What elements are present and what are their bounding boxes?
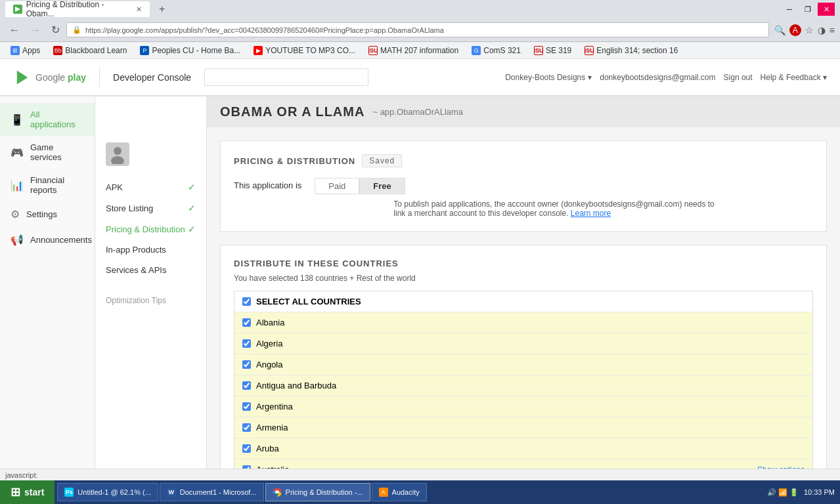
taskbar-item-audacity[interactable]: A Audacity <box>372 483 427 501</box>
sidebar-applications-label: All applications <box>30 110 84 129</box>
armenia-checkbox[interactable] <box>242 423 251 432</box>
country-argentina-left: Argentina <box>242 402 293 411</box>
help-button[interactable]: Help & Feedback ▾ <box>761 73 827 82</box>
sub-nav-apk-label: APK <box>106 182 123 192</box>
refresh-button[interactable]: ↻ <box>47 22 64 37</box>
sidebar-item-settings[interactable]: ⚙ Settings <box>0 201 95 227</box>
sidebar-game-label: Game services <box>30 142 84 162</box>
english-favicon: ISU <box>585 46 594 55</box>
bookmark-coms[interactable]: G ComS 321 <box>466 45 526 56</box>
taskbar-time: 10:33 PM <box>804 488 835 496</box>
angola-label: Angola <box>256 360 282 369</box>
browser-tab[interactable]: Pricing & Distribution - Obam... ✕ <box>5 1 150 17</box>
photoshop-icon: Ps <box>64 488 74 497</box>
sub-nav-apk[interactable]: APK ✓ <box>95 177 206 198</box>
theme-icon[interactable]: ◑ <box>818 25 826 35</box>
word-icon: W <box>167 488 176 497</box>
sidebar-item-announcements[interactable]: 📢 Announcements <box>0 227 95 253</box>
word-label: Document1 - Microsof... <box>180 488 257 496</box>
settings-icon: ⚙ <box>11 208 20 220</box>
argentina-checkbox[interactable] <box>242 402 251 411</box>
new-tab-button[interactable]: + <box>154 3 170 15</box>
bookmark-math[interactable]: ISU MATH 207 information <box>363 45 464 56</box>
countries-section: DISTRIBUTE IN THESE COUNTRIES You have s… <box>220 245 827 504</box>
section-title: PRICING & DISTRIBUTION Saved <box>234 154 813 167</box>
country-row-angola[interactable]: Angola <box>234 354 812 375</box>
sidebar-item-game-services[interactable]: 🎮 Game services <box>0 136 95 169</box>
country-row-armenia[interactable]: Armenia <box>234 417 812 438</box>
albania-label: Albania <box>256 318 284 327</box>
antigua-checkbox[interactable] <box>242 381 251 390</box>
start-button[interactable]: ⊞ start <box>0 480 55 504</box>
country-row-aruba[interactable]: Aruba <box>234 438 812 459</box>
select-all-checkbox[interactable] <box>242 297 251 306</box>
bookmark-blackboard[interactable]: Bb Blackboard Learn <box>48 45 132 56</box>
bookmark-english[interactable]: ISU English 314; section 16 <box>579 45 683 56</box>
bookmark-se[interactable]: ISU SE 319 <box>529 45 577 56</box>
pricing-info: To publish paid applications, the accoun… <box>393 200 722 218</box>
yt-favicon: ▶ <box>254 46 263 55</box>
free-button[interactable]: Free <box>359 178 405 194</box>
algeria-checkbox[interactable] <box>242 339 251 348</box>
sub-nav-pricing[interactable]: Pricing & Distribution ✓ <box>95 219 206 240</box>
minimize-button[interactable]: ─ <box>781 3 798 16</box>
address-bar[interactable]: 🔒 https://play.google.com/apps/publish/?… <box>66 22 769 37</box>
sub-nav-pricing-label: Pricing & Distribution <box>106 224 185 234</box>
sub-nav-inapp-label: In-app Products <box>106 245 166 255</box>
star-icon[interactable]: ☆ <box>805 25 814 35</box>
country-row-argentina[interactable]: Argentina <box>234 396 812 417</box>
bookmark-apps[interactable]: ⊞ Apps <box>5 45 45 56</box>
country-row-antigua[interactable]: Antigua and Barbuda <box>234 375 812 396</box>
learn-more-link[interactable]: Learn more <box>571 209 611 218</box>
se-favicon: ISU <box>534 46 543 55</box>
main-content: OBAMA OR A LLAMA ~ app.ObamaOrALlama PRI… <box>207 96 840 504</box>
status-text: javascript: <box>5 471 38 479</box>
peoples-favicon: P <box>140 46 149 55</box>
paid-button[interactable]: Paid <box>315 178 359 194</box>
forward-button[interactable]: → <box>26 23 45 37</box>
taskbar-item-photoshop[interactable]: Ps Untitled-1 @ 62.1% (... <box>57 483 158 501</box>
country-row-albania[interactable]: Albania <box>234 312 812 333</box>
sidebar-item-applications[interactable]: 📱 All applications <box>0 103 95 136</box>
bookmark-peoples[interactable]: P Peoples CU - Home Ba... <box>135 45 246 56</box>
angola-checkbox[interactable] <box>242 360 251 369</box>
sub-nav-services[interactable]: Services & APIs <box>95 260 206 280</box>
sub-nav-store-listing[interactable]: Store Listing ✓ <box>95 198 206 219</box>
chrome-icon <box>273 488 282 497</box>
search-icon[interactable]: 🔍 <box>774 25 785 35</box>
sidebar-item-financial-reports[interactable]: 📊 Financial reports <box>0 169 95 201</box>
close-window-button[interactable]: ✕ <box>818 3 835 16</box>
search-input[interactable] <box>204 68 368 86</box>
play-store-logo-icon <box>13 68 32 87</box>
menu-icon[interactable]: ≡ <box>829 25 835 35</box>
aruba-label: Aruba <box>256 444 279 453</box>
albania-checkbox[interactable] <box>242 318 251 327</box>
maximize-button[interactable]: ❐ <box>799 3 816 16</box>
gp-header: Google play Developer Console Donkey-Boo… <box>0 59 840 96</box>
country-row-algeria[interactable]: Algeria <box>234 333 812 354</box>
taskbar-item-chrome[interactable]: Pricing & Distribution -... <box>265 483 370 501</box>
pricing-info-text: To publish paid applications, the accoun… <box>393 200 714 218</box>
bookmark-coms-label: ComS 321 <box>483 46 521 55</box>
country-angola-left: Angola <box>242 360 282 369</box>
account-arrow-icon: ▾ <box>588 73 592 82</box>
aruba-checkbox[interactable] <box>242 444 251 453</box>
apps-favicon: ⊞ <box>11 46 20 55</box>
app-id: ~ app.ObamaOrALlama <box>372 107 463 117</box>
gp-logo[interactable]: Google play <box>13 68 86 87</box>
sidebar-settings-label: Settings <box>26 209 57 219</box>
back-button[interactable]: ← <box>5 23 24 37</box>
bookmark-math-label: MATH 207 information <box>380 46 458 55</box>
sub-nav-inapp[interactable]: In-app Products <box>95 240 206 260</box>
help-arrow-icon: ▾ <box>823 73 827 82</box>
armenia-label: Armenia <box>256 423 288 432</box>
taskbar-item-word[interactable]: W Document1 - Microsof... <box>160 483 264 501</box>
signout-button[interactable]: Sign out <box>724 73 753 82</box>
abp-icon[interactable]: A <box>789 24 801 36</box>
bookmark-youtube[interactable]: ▶ YOUTUBE TO MP3 CO... <box>248 45 361 56</box>
tab-title: Pricing & Distribution - Obam... <box>26 0 132 18</box>
account-dropdown[interactable]: Donkey-Boots Designs ▾ <box>505 73 592 82</box>
select-all-row[interactable]: SELECT ALL COUNTRIES <box>234 291 812 312</box>
app-header: OBAMA OR A LLAMA ~ app.ObamaOrALlama <box>207 96 840 127</box>
close-tab-button[interactable]: ✕ <box>136 5 142 14</box>
